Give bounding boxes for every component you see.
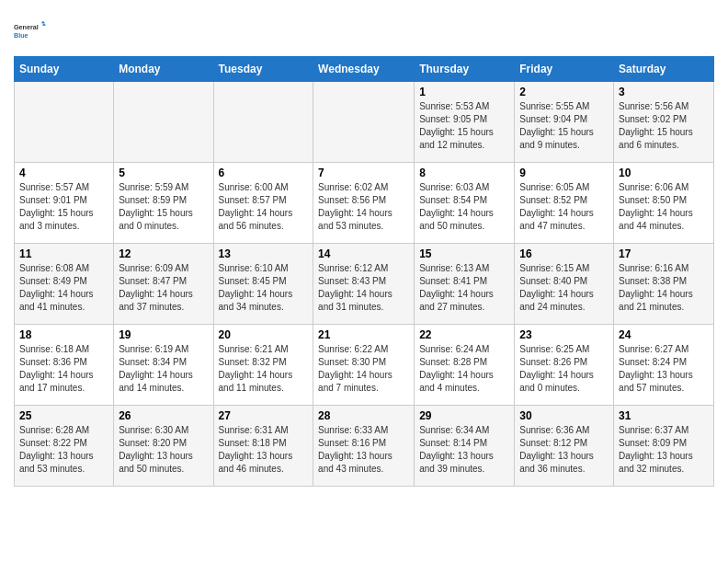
day-cell: 25Sunrise: 6:28 AMSunset: 8:22 PMDayligh… xyxy=(15,406,114,487)
day-number: 7 xyxy=(318,167,409,179)
day-cell: 8Sunrise: 6:03 AMSunset: 8:54 PMDaylight… xyxy=(415,163,515,244)
day-number: 13 xyxy=(219,247,309,260)
day-info: Sunrise: 6:00 AMSunset: 8:57 PMDaylight:… xyxy=(219,181,309,233)
logo-icon: General Blue xyxy=(14,14,47,47)
day-info: Sunrise: 6:28 AMSunset: 8:22 PMDaylight:… xyxy=(19,424,108,476)
day-number: 14 xyxy=(318,247,409,260)
day-number: 15 xyxy=(419,247,509,260)
day-number: 4 xyxy=(19,167,108,179)
day-cell: 19Sunrise: 6:19 AMSunset: 8:34 PMDayligh… xyxy=(114,325,213,406)
day-cell: 7Sunrise: 6:02 AMSunset: 8:56 PMDaylight… xyxy=(313,163,415,244)
day-info: Sunrise: 6:22 AMSunset: 8:30 PMDaylight:… xyxy=(318,343,409,395)
day-cell: 12Sunrise: 6:09 AMSunset: 8:47 PMDayligh… xyxy=(114,244,213,325)
header-row: SundayMondayTuesdayWednesdayThursdayFrid… xyxy=(15,57,714,82)
day-number: 5 xyxy=(119,167,208,179)
day-cell xyxy=(15,82,114,163)
day-info: Sunrise: 6:36 AMSunset: 8:12 PMDaylight:… xyxy=(519,424,609,476)
day-info: Sunrise: 5:57 AMSunset: 9:01 PMDaylight:… xyxy=(19,181,108,233)
day-info: Sunrise: 5:56 AMSunset: 9:02 PMDaylight:… xyxy=(619,100,709,152)
day-info: Sunrise: 6:06 AMSunset: 8:50 PMDaylight:… xyxy=(619,181,709,233)
day-info: Sunrise: 6:10 AMSunset: 8:45 PMDaylight:… xyxy=(219,262,309,314)
day-info: Sunrise: 6:27 AMSunset: 8:24 PMDaylight:… xyxy=(619,343,709,395)
day-cell: 31Sunrise: 6:37 AMSunset: 8:09 PMDayligh… xyxy=(614,406,714,487)
day-cell: 28Sunrise: 6:33 AMSunset: 8:16 PMDayligh… xyxy=(313,406,415,487)
day-number: 22 xyxy=(419,328,509,341)
day-number: 2 xyxy=(519,86,609,98)
day-cell xyxy=(114,82,213,163)
day-cell xyxy=(213,82,313,163)
day-info: Sunrise: 6:08 AMSunset: 8:49 PMDaylight:… xyxy=(19,262,108,314)
day-cell: 30Sunrise: 6:36 AMSunset: 8:12 PMDayligh… xyxy=(515,406,614,487)
week-row-1: 1Sunrise: 5:53 AMSunset: 9:05 PMDaylight… xyxy=(15,82,714,163)
day-cell: 22Sunrise: 6:24 AMSunset: 8:28 PMDayligh… xyxy=(415,325,515,406)
day-number: 3 xyxy=(619,86,709,98)
day-cell xyxy=(313,82,415,163)
day-info: Sunrise: 6:15 AMSunset: 8:40 PMDaylight:… xyxy=(519,262,609,314)
day-cell: 6Sunrise: 6:00 AMSunset: 8:57 PMDaylight… xyxy=(213,163,313,244)
day-number: 16 xyxy=(519,247,609,260)
day-number: 17 xyxy=(619,247,709,260)
day-number: 12 xyxy=(119,247,208,260)
day-number: 25 xyxy=(19,409,108,422)
day-number: 31 xyxy=(619,409,709,422)
day-number: 19 xyxy=(119,328,208,341)
col-header-wednesday: Wednesday xyxy=(313,57,415,82)
svg-text:Blue: Blue xyxy=(14,31,28,40)
day-info: Sunrise: 6:09 AMSunset: 8:47 PMDaylight:… xyxy=(119,262,208,314)
day-cell: 21Sunrise: 6:22 AMSunset: 8:30 PMDayligh… xyxy=(313,325,415,406)
col-header-thursday: Thursday xyxy=(415,57,515,82)
day-cell: 20Sunrise: 6:21 AMSunset: 8:32 PMDayligh… xyxy=(213,325,313,406)
day-info: Sunrise: 6:03 AMSunset: 8:54 PMDaylight:… xyxy=(419,181,509,233)
day-cell: 16Sunrise: 6:15 AMSunset: 8:40 PMDayligh… xyxy=(515,244,614,325)
day-info: Sunrise: 6:37 AMSunset: 8:09 PMDaylight:… xyxy=(619,424,709,476)
day-cell: 5Sunrise: 5:59 AMSunset: 8:59 PMDaylight… xyxy=(114,163,213,244)
day-number: 23 xyxy=(519,328,609,341)
day-cell: 18Sunrise: 6:18 AMSunset: 8:36 PMDayligh… xyxy=(15,325,114,406)
page-header: General Blue xyxy=(14,14,714,47)
day-cell: 10Sunrise: 6:06 AMSunset: 8:50 PMDayligh… xyxy=(614,163,714,244)
day-cell: 29Sunrise: 6:34 AMSunset: 8:14 PMDayligh… xyxy=(415,406,515,487)
day-info: Sunrise: 6:31 AMSunset: 8:18 PMDaylight:… xyxy=(219,424,309,476)
day-info: Sunrise: 6:33 AMSunset: 8:16 PMDaylight:… xyxy=(318,424,409,476)
day-number: 11 xyxy=(19,247,108,260)
day-cell: 4Sunrise: 5:57 AMSunset: 9:01 PMDaylight… xyxy=(15,163,114,244)
day-info: Sunrise: 6:24 AMSunset: 8:28 PMDaylight:… xyxy=(419,343,509,395)
day-cell: 24Sunrise: 6:27 AMSunset: 8:24 PMDayligh… xyxy=(614,325,714,406)
day-cell: 13Sunrise: 6:10 AMSunset: 8:45 PMDayligh… xyxy=(213,244,313,325)
day-info: Sunrise: 6:13 AMSunset: 8:41 PMDaylight:… xyxy=(419,262,509,314)
day-info: Sunrise: 5:59 AMSunset: 8:59 PMDaylight:… xyxy=(119,181,208,233)
day-number: 6 xyxy=(219,167,309,179)
day-info: Sunrise: 6:34 AMSunset: 8:14 PMDaylight:… xyxy=(419,424,509,476)
day-cell: 9Sunrise: 6:05 AMSunset: 8:52 PMDaylight… xyxy=(515,163,614,244)
day-number: 26 xyxy=(119,409,208,422)
day-cell: 27Sunrise: 6:31 AMSunset: 8:18 PMDayligh… xyxy=(213,406,313,487)
week-row-5: 25Sunrise: 6:28 AMSunset: 8:22 PMDayligh… xyxy=(15,406,714,487)
calendar-table: SundayMondayTuesdayWednesdayThursdayFrid… xyxy=(14,56,714,487)
day-number: 27 xyxy=(219,409,309,422)
day-cell: 2Sunrise: 5:55 AMSunset: 9:04 PMDaylight… xyxy=(515,82,614,163)
svg-marker-3 xyxy=(42,23,46,26)
col-header-saturday: Saturday xyxy=(614,57,714,82)
week-row-3: 11Sunrise: 6:08 AMSunset: 8:49 PMDayligh… xyxy=(15,244,714,325)
day-number: 20 xyxy=(219,328,309,341)
day-info: Sunrise: 6:30 AMSunset: 8:20 PMDaylight:… xyxy=(119,424,208,476)
logo: General Blue xyxy=(14,14,47,47)
day-number: 1 xyxy=(419,86,509,98)
svg-text:General: General xyxy=(14,23,39,31)
day-number: 28 xyxy=(318,409,409,422)
day-info: Sunrise: 6:19 AMSunset: 8:34 PMDaylight:… xyxy=(119,343,208,395)
day-cell: 23Sunrise: 6:25 AMSunset: 8:26 PMDayligh… xyxy=(515,325,614,406)
day-cell: 17Sunrise: 6:16 AMSunset: 8:38 PMDayligh… xyxy=(614,244,714,325)
col-header-monday: Monday xyxy=(114,57,213,82)
day-cell: 26Sunrise: 6:30 AMSunset: 8:20 PMDayligh… xyxy=(114,406,213,487)
day-number: 24 xyxy=(619,328,709,341)
day-info: Sunrise: 6:18 AMSunset: 8:36 PMDaylight:… xyxy=(19,343,108,395)
day-number: 8 xyxy=(419,167,509,179)
svg-marker-2 xyxy=(41,21,45,24)
day-info: Sunrise: 6:02 AMSunset: 8:56 PMDaylight:… xyxy=(318,181,409,233)
col-header-friday: Friday xyxy=(515,57,614,82)
day-cell: 15Sunrise: 6:13 AMSunset: 8:41 PMDayligh… xyxy=(415,244,515,325)
day-number: 29 xyxy=(419,409,509,422)
day-info: Sunrise: 5:53 AMSunset: 9:05 PMDaylight:… xyxy=(419,100,509,152)
week-row-2: 4Sunrise: 5:57 AMSunset: 9:01 PMDaylight… xyxy=(15,163,714,244)
